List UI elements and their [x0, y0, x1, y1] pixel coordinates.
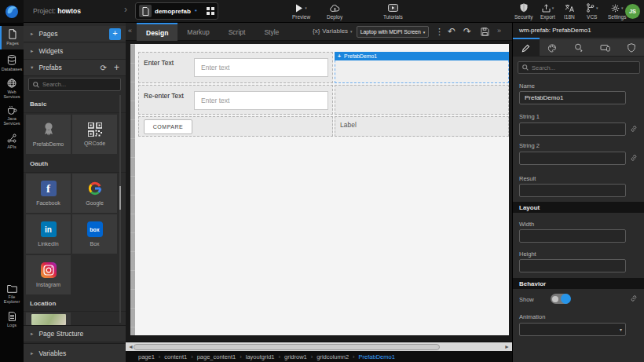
- layout-grid[interactable]: Enter Text + PrefabDemo1 Re-enter Text: [138, 52, 509, 138]
- scrollbar-thumb[interactable]: [134, 344, 440, 350]
- rail-item-web-services[interactable]: Web Services: [0, 79, 24, 99]
- prefab-tile-qrcode[interactable]: QRCode: [72, 115, 117, 154]
- properties-search[interactable]: [518, 61, 640, 74]
- breadcrumb-prefabdemo1[interactable]: PrefabDemo1: [359, 353, 395, 360]
- tab-properties[interactable]: [513, 39, 540, 57]
- i18n-button[interactable]: I18N: [564, 3, 575, 20]
- prefab-search-input[interactable]: [42, 81, 116, 88]
- refresh-icon[interactable]: ⟳: [101, 64, 107, 72]
- bind-link-icon[interactable]: [630, 294, 638, 302]
- accordion-page-structure[interactable]: ► Page Structure: [24, 325, 126, 342]
- accordion-pages[interactable]: ► Pages +: [24, 26, 126, 42]
- settings-button[interactable]: ▾ Settings: [608, 3, 627, 20]
- collapse-panel-icon[interactable]: «: [128, 27, 132, 35]
- expand-panel-icon[interactable]: »: [497, 27, 501, 35]
- tutorials-button[interactable]: Tutorials: [383, 3, 403, 20]
- tab-script[interactable]: Script: [219, 23, 255, 41]
- name-input[interactable]: [519, 91, 626, 104]
- bind-link-icon[interactable]: [630, 154, 638, 162]
- panel-scrollbar[interactable]: [119, 95, 121, 323]
- security-button[interactable]: Security: [514, 3, 532, 20]
- prefab-search[interactable]: [28, 78, 121, 91]
- compare-button[interactable]: COMPARE: [144, 119, 192, 134]
- label-widget[interactable]: Label: [340, 121, 357, 129]
- redo-icon[interactable]: ↷: [463, 26, 471, 37]
- breadcrumb-page1[interactable]: page1: [138, 353, 164, 360]
- vcs-button[interactable]: ▾ VCS: [586, 3, 598, 20]
- section-behavior[interactable]: Behavior: [513, 278, 644, 289]
- deploy-button[interactable]: Deploy: [327, 3, 342, 20]
- page-canvas[interactable]: Enter Text + PrefabDemo1 Re-enter Text: [130, 44, 509, 335]
- breadcrumb-gridrow1[interactable]: gridrow1: [284, 353, 317, 360]
- export-button[interactable]: ▾ Export: [540, 3, 555, 20]
- tab-styles[interactable]: [540, 39, 566, 57]
- prefab-tile-box[interactable]: box Box: [72, 214, 117, 254]
- rail-item-java-services[interactable]: Java Services: [0, 105, 24, 126]
- rail-item-file-explorer[interactable]: File Explorer: [0, 284, 24, 304]
- string1-input[interactable]: [519, 122, 626, 136]
- tab-devices[interactable]: [592, 39, 619, 57]
- animation-label: Animation: [519, 313, 545, 320]
- prefab-tile-google[interactable]: Google: [72, 174, 117, 213]
- user-avatar[interactable]: JS: [625, 4, 640, 19]
- reenter-text-input[interactable]: [194, 91, 328, 110]
- prefab-tile-facebook[interactable]: f Facebook: [26, 174, 71, 213]
- prefab-tile-prefabdemo[interactable]: PrefabDemo: [26, 115, 71, 154]
- import-prefab-icon[interactable]: +: [114, 62, 119, 73]
- app-name: demoprefab: [155, 8, 191, 15]
- rail-item-databases[interactable]: Databases: [0, 55, 24, 71]
- kebab-menu-icon[interactable]: ⋮: [435, 26, 444, 37]
- accordion-prefabs[interactable]: ▼ Prefabs ⟳ +: [24, 60, 126, 76]
- section-layout[interactable]: Layout: [513, 202, 644, 213]
- prefab-tile-map[interactable]: [26, 313, 71, 325]
- panel-scrollbar-thumb[interactable]: [119, 186, 121, 210]
- move-icon[interactable]: +: [338, 53, 341, 59]
- grid-cell-label[interactable]: Label: [335, 116, 509, 137]
- tab-design[interactable]: Design: [137, 23, 177, 41]
- result-input[interactable]: [519, 184, 626, 197]
- animation-select[interactable]: ▾: [519, 323, 626, 336]
- grid-cell-enter-text[interactable]: Enter Text: [138, 52, 333, 83]
- show-toggle[interactable]: [551, 294, 570, 304]
- tab-events[interactable]: [565, 39, 592, 57]
- save-icon[interactable]: [481, 27, 489, 36]
- string2-input[interactable]: [519, 152, 626, 165]
- variables-button[interactable]: {x} Variables ▾: [313, 27, 353, 35]
- widget-selection-bar[interactable]: + PrefabDemo1: [335, 52, 509, 60]
- tab-markup[interactable]: Markup: [177, 23, 218, 41]
- grid-cell-button[interactable]: COMPARE: [138, 116, 333, 137]
- grid-apps-icon[interactable]: [207, 7, 214, 15]
- bind-link-icon[interactable]: [630, 125, 638, 133]
- breadcrumb-gridcolumn2[interactable]: gridcolumn2: [317, 353, 358, 360]
- scroll-left-icon[interactable]: ◄: [128, 344, 134, 349]
- width-input[interactable]: [519, 229, 626, 243]
- enter-text-input[interactable]: [194, 58, 328, 77]
- rail-item-apis[interactable]: APIs: [0, 133, 24, 149]
- add-page-button[interactable]: +: [109, 28, 121, 40]
- breadcrumb-content1[interactable]: content1: [164, 353, 196, 360]
- properties-search-input[interactable]: [532, 64, 635, 71]
- app-switcher[interactable]: demoprefab *: [135, 2, 218, 20]
- field-label[interactable]: Enter Text: [144, 59, 174, 67]
- prefab-widget-selected[interactable]: + PrefabDemo1: [335, 52, 509, 83]
- device-selector[interactable]: Laptop with MDPI Screen ▾: [357, 26, 429, 38]
- preview-button[interactable]: ▾ Preview: [292, 3, 310, 20]
- grid-cell-reenter-text[interactable]: Re-enter Text: [138, 85, 333, 115]
- height-input[interactable]: [519, 259, 626, 272]
- accordion-widgets[interactable]: ► Widgets: [24, 43, 126, 60]
- accordion-variables[interactable]: ► Variables: [24, 343, 126, 362]
- tab-style[interactable]: Style: [254, 23, 288, 41]
- grid-cell-empty[interactable]: [335, 85, 509, 115]
- breadcrumb-layoutgrid1[interactable]: layoutgrid1: [246, 353, 284, 360]
- horizontal-scrollbar[interactable]: ◄ ►: [126, 342, 512, 351]
- undo-icon[interactable]: ↶: [448, 26, 456, 37]
- rail-item-pages[interactable]: Pages: [0, 26, 24, 49]
- prefab-tile-instagram[interactable]: Instagram: [26, 255, 71, 294]
- prefab-tile-linkedin[interactable]: in LinkedIn: [26, 214, 71, 254]
- wavemaker-logo[interactable]: [0, 0, 24, 23]
- rail-item-logs[interactable]: Logs: [0, 312, 24, 327]
- breadcrumb-page-content1[interactable]: page_content1: [197, 353, 246, 360]
- field-label[interactable]: Re-enter Text: [144, 92, 184, 100]
- tab-security[interactable]: [618, 39, 644, 57]
- scroll-right-icon[interactable]: ►: [504, 344, 510, 349]
